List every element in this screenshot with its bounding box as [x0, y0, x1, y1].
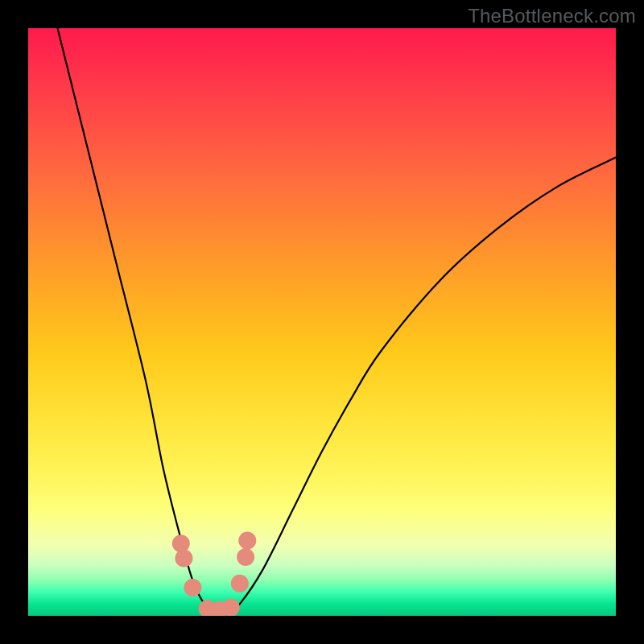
- chart-frame: TheBottleneck.com: [0, 0, 644, 644]
- marker-dot: [210, 601, 228, 616]
- marker-dot: [237, 548, 254, 566]
- plot-area: [28, 28, 616, 616]
- marker-dot: [175, 549, 192, 567]
- marker-dot: [222, 599, 240, 616]
- marker-dot: [199, 600, 217, 616]
- marker-dot: [238, 532, 256, 550]
- bottleneck-curve: [58, 28, 617, 614]
- marker-dot: [172, 535, 190, 552]
- marker-group: [172, 532, 256, 616]
- curve-svg: [28, 28, 616, 616]
- marker-dot: [231, 575, 249, 592]
- marker-dot: [184, 579, 201, 597]
- watermark-text: TheBottleneck.com: [468, 5, 636, 27]
